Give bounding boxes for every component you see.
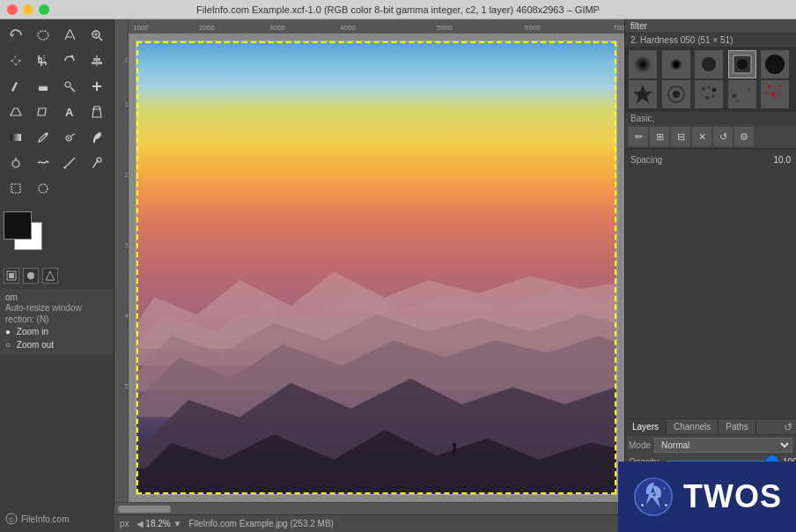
tool-perspective[interactable] xyxy=(4,100,28,124)
brush-basic-label: Basic, xyxy=(625,112,796,125)
zoom-in-arrow: ● xyxy=(5,327,11,336)
tool-smudge[interactable] xyxy=(31,151,55,175)
brush-thumb-2[interactable] xyxy=(662,50,690,78)
brush-thumb-6[interactable] xyxy=(629,80,657,108)
svg-point-11 xyxy=(65,82,70,87)
tool-scissors-select[interactable] xyxy=(31,23,55,48)
tool-heal[interactable] xyxy=(85,74,109,99)
brushes-header-label: filter xyxy=(630,21,647,31)
tool-measure[interactable] xyxy=(57,151,82,175)
tab-layers[interactable]: Layers xyxy=(625,419,667,434)
tool-free-select[interactable] xyxy=(4,23,28,48)
tool-paint[interactable] xyxy=(4,74,28,99)
svg-point-84 xyxy=(779,92,781,94)
brush-name: 2. Hardness 050 (51 × 51) xyxy=(625,33,796,47)
brush-thumb-3[interactable] xyxy=(695,50,723,78)
mode-select[interactable]: Normal xyxy=(654,438,792,453)
tool-select-ellipse[interactable] xyxy=(31,176,55,201)
minimize-button[interactable] xyxy=(23,4,33,15)
svg-marker-61 xyxy=(633,85,652,103)
canvas-body: 0 1000 2000 3000 4000 5000 xyxy=(114,33,624,502)
svg-text:3000: 3000 xyxy=(269,24,285,32)
tool-airbrush[interactable] xyxy=(57,125,82,150)
brush-thumb-5[interactable] xyxy=(761,50,789,78)
tool-pencil[interactable] xyxy=(31,125,55,150)
svg-point-63 xyxy=(673,91,680,98)
close-button[interactable] xyxy=(7,4,18,15)
brush-thumb-9[interactable] xyxy=(728,80,756,108)
tab-paths[interactable]: Paths xyxy=(719,419,756,434)
toolbox: A xyxy=(0,19,114,532)
tool-eraser[interactable] xyxy=(31,74,55,99)
tool-color-picker[interactable] xyxy=(85,151,109,175)
tool-indicator-1 xyxy=(4,268,19,284)
twos-brand-text: TWOS xyxy=(683,478,782,515)
tool-dodge[interactable] xyxy=(4,151,28,175)
svg-point-59 xyxy=(737,59,748,70)
brush-thumb-4[interactable] xyxy=(728,50,756,78)
tool-crop[interactable] xyxy=(31,48,55,73)
tool-move[interactable] xyxy=(4,48,28,73)
copyright-icon: © xyxy=(5,513,18,525)
svg-point-65 xyxy=(708,86,711,89)
ruler-h-ticks: 1000 2000 3000 4000 5000 6000 7000 xyxy=(129,19,624,33)
brush-edit-btn[interactable]: ✏ xyxy=(629,127,648,146)
tool-zoom[interactable] xyxy=(85,23,109,48)
zoom-out-item[interactable]: ○ Zoom out xyxy=(5,338,108,351)
layers-refresh-btn[interactable]: ↺ xyxy=(780,419,796,434)
tab-channels-label: Channels xyxy=(674,422,711,432)
brush-delete-btn[interactable]: ✕ xyxy=(692,127,711,146)
layers-options: Mode Normal xyxy=(625,435,796,455)
canvas-viewport[interactable] xyxy=(129,33,624,502)
foreground-color-swatch[interactable] xyxy=(4,211,32,240)
zoom-in-label: Zoom in xyxy=(17,327,48,336)
tool-fuzzy-select[interactable] xyxy=(57,23,82,48)
tool-rotate[interactable] xyxy=(57,48,82,73)
svg-point-0 xyxy=(38,31,48,40)
ruler-horizontal: 1000 2000 3000 4000 5000 6000 7000 xyxy=(114,19,624,33)
tool-clone[interactable] xyxy=(57,74,82,99)
svg-point-80 xyxy=(774,87,776,89)
maximize-button[interactable] xyxy=(39,4,49,15)
brush-settings-btn[interactable]: ⚙ xyxy=(734,127,754,146)
scrollbar-horizontal[interactable] xyxy=(114,502,624,514)
traffic-lights xyxy=(7,4,49,15)
spacing-value: 10.0 xyxy=(774,155,791,165)
tool-text[interactable]: A xyxy=(57,100,82,124)
brush-copy-btn[interactable]: ⊞ xyxy=(650,127,669,146)
brush-thumb-10[interactable] xyxy=(761,80,789,108)
svg-point-66 xyxy=(712,88,717,92)
svg-point-67 xyxy=(701,94,703,96)
brush-paste-btn[interactable]: ⊟ xyxy=(671,127,690,146)
brushes-panel: filter 2. Hardness 050 (51 × 51) xyxy=(625,19,796,418)
tool-select-rect[interactable] xyxy=(4,176,28,201)
zoom-in-item[interactable]: ● Zoom in xyxy=(5,325,108,338)
landscape-svg xyxy=(136,109,616,494)
tool-gradient[interactable] xyxy=(4,125,28,150)
svg-text:7000: 7000 xyxy=(613,24,624,32)
tool-ink[interactable] xyxy=(85,125,109,150)
tool-align[interactable] xyxy=(85,48,109,73)
brush-settings: Spacing 10.0 xyxy=(625,149,796,170)
brush-refresh-btn[interactable]: ↺ xyxy=(713,127,733,146)
svg-point-82 xyxy=(766,92,769,94)
svg-point-26 xyxy=(39,184,48,193)
color-area xyxy=(0,208,114,264)
svg-point-19 xyxy=(12,160,19,167)
window-title: FileInfo.com Example.xcf-1.0 (RGB color … xyxy=(196,4,600,15)
svg-rect-15 xyxy=(11,134,21,141)
tab-channels[interactable]: Channels xyxy=(667,419,719,434)
svg-point-87 xyxy=(664,487,666,489)
tool-shear[interactable] xyxy=(31,100,55,124)
statusbar-file: FileInfo.com Example.jpg (253.2 MB) xyxy=(188,519,334,528)
brush-thumb-1[interactable] xyxy=(629,50,657,78)
auto-resize-label: Auto-resize window xyxy=(5,302,108,314)
svg-rect-12 xyxy=(37,108,45,115)
svg-rect-53 xyxy=(453,446,456,454)
scrollbar-thumb-h[interactable] xyxy=(118,506,171,513)
brush-thumb-8[interactable] xyxy=(695,80,723,108)
zoom-value: 18.2% xyxy=(145,519,170,528)
svg-point-83 xyxy=(771,92,776,97)
tool-bucket[interactable] xyxy=(85,100,109,124)
brush-thumb-7[interactable] xyxy=(662,80,690,108)
